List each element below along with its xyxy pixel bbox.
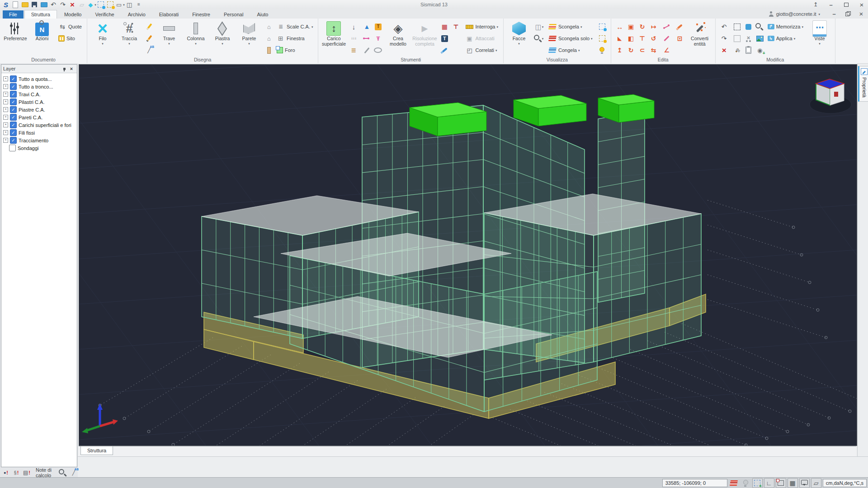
broom-button[interactable] xyxy=(732,45,742,55)
layer-carichi-superficiali-e-fori[interactable]: +✓Carichi superficiali e fori xyxy=(3,121,77,129)
bulb-button[interactable] xyxy=(597,45,607,55)
expand-icon[interactable]: + xyxy=(3,92,8,97)
e-boxmove-button[interactable]: ⊡ xyxy=(675,33,685,43)
warn-doc-button[interactable] xyxy=(23,469,31,477)
tab-elaborati[interactable]: Elaborati xyxy=(153,10,185,19)
applica-button[interactable]: Applica▾ xyxy=(766,35,797,42)
undo-button[interactable]: ↶ xyxy=(719,22,729,32)
ortho-toggle[interactable]: ∟ xyxy=(764,478,774,488)
3d-viewport[interactable] xyxy=(79,64,857,446)
expand-icon[interactable]: + xyxy=(3,84,8,89)
zoomwin-button[interactable]: ▾ xyxy=(534,33,544,43)
correlati-button[interactable]: ◰Correlati▾ xyxy=(464,45,498,55)
account-menu[interactable]: giotto@concrete.it ▾ xyxy=(769,11,820,17)
expand-icon[interactable]: + xyxy=(3,76,8,81)
scale-c-a-button[interactable]: ≣Scale C.A.▾ xyxy=(275,22,314,32)
link-pink-button[interactable] xyxy=(362,33,372,43)
e-scale-button[interactable]: ◣ xyxy=(615,33,625,43)
layer-checkbox[interactable]: ✓ xyxy=(10,99,17,105)
window-button[interactable]: ▭▾ xyxy=(116,1,124,8)
sel-show-button[interactable] xyxy=(97,1,105,8)
tab-modello[interactable]: Modello xyxy=(58,10,88,19)
warn-model-button[interactable] xyxy=(2,469,10,477)
house-button[interactable]: ⌂ xyxy=(264,33,274,43)
tab-file[interactable]: File xyxy=(3,10,24,19)
layer-checkbox[interactable]: ✓ xyxy=(10,122,17,128)
pin-top-button[interactable]: ↥ xyxy=(811,1,820,8)
rcorner-toggle[interactable] xyxy=(776,478,786,488)
e-brush-button[interactable] xyxy=(675,22,685,32)
risoluzione-completa-button[interactable]: ▶Risoluzione completa xyxy=(411,19,438,56)
tsec-button[interactable] xyxy=(439,33,449,43)
colonna-button[interactable]: Colonna▾ xyxy=(183,19,209,56)
layer-checkbox[interactable]: ✓ xyxy=(10,75,17,82)
close-icon[interactable]: × xyxy=(68,66,75,72)
facce-button[interactable]: Facce▾ xyxy=(506,19,532,56)
layer-pareti-c-a[interactable]: +✓Pareti C.A. xyxy=(3,113,77,121)
tab-proprieta[interactable]: Proprietà xyxy=(858,66,868,102)
clipboard-button[interactable] xyxy=(744,45,754,55)
interroga-button[interactable]: Interroga▾ xyxy=(464,22,500,32)
filo-button[interactable]: Filo▾ xyxy=(90,19,116,56)
brush-blue-button[interactable] xyxy=(439,45,449,55)
layer-fili-fissi[interactable]: +✓Fili fissi xyxy=(3,129,77,136)
tab-personal[interactable]: Personal xyxy=(217,10,250,19)
roof-button[interactable]: ⌂ xyxy=(264,22,274,32)
e-extend-button[interactable]: ⇆ xyxy=(649,45,659,55)
expand-icon[interactable]: + xyxy=(3,99,8,104)
e-slope-button[interactable] xyxy=(662,33,672,43)
addsel-toggle[interactable] xyxy=(752,478,763,488)
expand-icon[interactable]: + xyxy=(3,130,8,135)
layer-checkbox[interactable]: ✓ xyxy=(10,91,17,98)
tri-blue-button[interactable]: ▲ xyxy=(362,22,372,32)
viste-button[interactable]: Viste▾ xyxy=(807,19,833,56)
app-logo-button[interactable] xyxy=(2,1,10,8)
preferenze-button[interactable]: Preferenze xyxy=(2,19,28,56)
trave-button[interactable]: Trave▾ xyxy=(156,19,182,56)
seldots-button[interactable] xyxy=(732,33,742,43)
redo-button[interactable]: ↷ xyxy=(719,33,729,43)
azioni-button[interactable]: Azioni xyxy=(29,19,55,56)
new-file-button[interactable] xyxy=(11,1,19,8)
redo-button[interactable]: ↷ xyxy=(59,1,67,8)
crea-modello-button[interactable]: ◈Crea modello xyxy=(385,19,411,56)
layer-checkbox[interactable]: ✓ xyxy=(10,83,17,90)
close-button[interactable]: × xyxy=(857,1,866,8)
open-blue-button[interactable] xyxy=(40,1,48,8)
e-angle-button[interactable]: ∠ xyxy=(662,45,672,55)
sito-button[interactable]: Sito xyxy=(57,34,76,42)
lay-red-toggle[interactable] xyxy=(729,478,739,488)
tab-struttura[interactable]: Struttura xyxy=(24,10,57,19)
memorizza-button[interactable]: Memorizza▾ xyxy=(766,23,805,30)
nail-button[interactable] xyxy=(362,45,372,55)
e-rot-button[interactable]: ↻ xyxy=(637,22,647,32)
layer-travi-c-a[interactable]: +✓Travi C.A. xyxy=(3,90,77,98)
expand-icon[interactable]: + xyxy=(3,115,8,120)
foro-button[interactable]: Foro xyxy=(275,46,297,54)
quote-button[interactable]: ⇆Quote xyxy=(57,22,83,32)
loadlist-button[interactable]: ≣ xyxy=(349,45,359,55)
congela-button[interactable]: Congela▾ xyxy=(547,45,581,55)
ab-arrow-button[interactable] xyxy=(70,469,78,477)
e-offset-button[interactable]: ⊂ xyxy=(637,45,647,55)
warn-pin-button[interactable] xyxy=(12,469,20,477)
save-button[interactable] xyxy=(30,1,38,8)
selshow-button[interactable] xyxy=(597,22,607,32)
selrect-button[interactable] xyxy=(732,22,742,32)
tab-finestre[interactable]: Finestre xyxy=(186,10,217,19)
e-spin-button[interactable]: ↻ xyxy=(626,45,636,55)
layer-tracciamento[interactable]: +✓Tracciamento xyxy=(3,136,77,144)
ucsbox-toggle[interactable]: ▱ xyxy=(811,478,821,488)
selhide-button[interactable] xyxy=(597,33,607,43)
pin-icon[interactable] xyxy=(61,66,68,72)
layer-sondaggi[interactable]: Sondaggi xyxy=(3,144,77,152)
pencil-e-button[interactable] xyxy=(144,33,154,43)
traccia-button[interactable]: Traccia▾ xyxy=(116,19,142,56)
pin-orange-button[interactable] xyxy=(373,22,383,32)
tab-archivio[interactable]: Archivio xyxy=(122,10,152,19)
tpin-pink-button[interactable]: Ŧ xyxy=(373,33,383,43)
e-stretch-button[interactable]: ↦ xyxy=(649,22,659,32)
open-folder-button[interactable] xyxy=(21,1,29,8)
layer-checkbox[interactable]: ✓ xyxy=(10,106,17,113)
scongela-solo-button[interactable]: Scongela solo▾ xyxy=(547,33,594,43)
